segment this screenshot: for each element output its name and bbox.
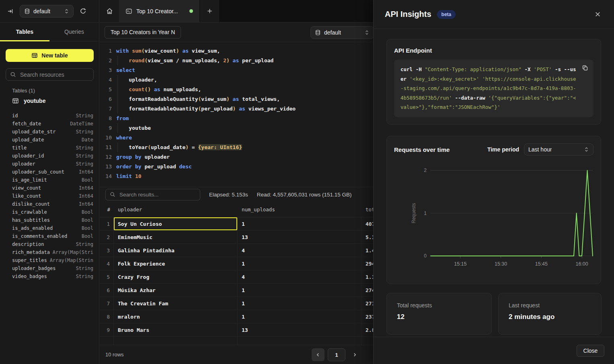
line-number: 9 bbox=[100, 123, 112, 133]
schema-column-row: uploader_idString bbox=[12, 152, 93, 160]
line-number: 2 bbox=[100, 56, 112, 65]
svg-text:Requests: Requests bbox=[411, 203, 417, 223]
table-cell[interactable]: 13 bbox=[238, 231, 361, 243]
line-number: 10 bbox=[100, 133, 112, 143]
column-type: String bbox=[76, 161, 93, 167]
next-page-button[interactable] bbox=[349, 348, 361, 361]
refresh-button[interactable] bbox=[77, 6, 88, 17]
sidebar-toolbar: default bbox=[0, 0, 99, 22]
table-cell[interactable]: Bruno Mars bbox=[114, 323, 238, 336]
column-type: Bool bbox=[82, 177, 93, 183]
tab-label: Top 10 Creator... bbox=[136, 8, 178, 14]
code-text: order by per_upload desc bbox=[116, 162, 192, 172]
prev-page-button[interactable] bbox=[312, 348, 324, 361]
sidebar-item-youtube-table[interactable]: youtube bbox=[12, 98, 45, 104]
schema-column-row: idString bbox=[12, 112, 93, 120]
query-title[interactable]: Top 10 Creators in Year N bbox=[105, 26, 181, 39]
home-button[interactable] bbox=[100, 0, 119, 22]
svg-text:15:15: 15:15 bbox=[454, 261, 466, 267]
new-tab-button[interactable] bbox=[200, 0, 219, 22]
panel-footer: Close bbox=[374, 337, 614, 364]
table-cell[interactable]: 1 bbox=[238, 310, 361, 323]
table-cell[interactable]: Folk Experience bbox=[114, 257, 238, 270]
schema-column-row: fetch_dateDateTime bbox=[12, 120, 93, 128]
code-text: limit 10 bbox=[116, 172, 142, 181]
column-name: rich_metadata bbox=[12, 249, 50, 255]
new-table-label: New table bbox=[41, 52, 68, 59]
schema-column-row: video_badgesString bbox=[12, 272, 93, 280]
column-header[interactable]: num_uploads bbox=[238, 202, 361, 217]
copy-button[interactable] bbox=[581, 64, 589, 72]
code-text: toYear(upload_date) = {year: UInt16} bbox=[116, 143, 242, 152]
query-database-select[interactable]: default bbox=[310, 26, 374, 39]
code-text: youtube bbox=[116, 123, 151, 133]
column-type: Int64 bbox=[79, 185, 93, 191]
tab-tables[interactable]: Tables bbox=[0, 22, 49, 41]
pagination: 1 bbox=[312, 348, 361, 361]
table-cell[interactable]: 1 bbox=[238, 217, 361, 230]
table-cell[interactable]: 4 bbox=[238, 244, 361, 257]
table-cell[interactable]: 1 bbox=[238, 297, 361, 310]
time-period-value: Last hour bbox=[528, 146, 552, 153]
column-type: Bool bbox=[82, 217, 93, 223]
column-name: upload_date_str bbox=[12, 129, 55, 135]
table-cell[interactable]: Crazy Frog bbox=[114, 270, 238, 283]
new-table-button[interactable]: New table bbox=[6, 49, 94, 62]
schema-column-row: is_crawlableBool bbox=[12, 208, 93, 216]
table-cell[interactable]: Soy Un Curioso bbox=[114, 217, 238, 230]
column-name: id bbox=[12, 113, 18, 119]
column-name: uploader_id bbox=[12, 153, 44, 159]
last-request-value: 2 minutes ago bbox=[509, 313, 591, 321]
page-number[interactable]: 1 bbox=[328, 348, 345, 361]
time-period-select[interactable]: Last hour bbox=[524, 143, 593, 155]
collapse-sidebar-button[interactable] bbox=[5, 6, 16, 17]
table-cell[interactable]: EminemMusic bbox=[114, 231, 238, 243]
row-number: 1 bbox=[100, 217, 114, 230]
column-name: uploader_sub_count bbox=[12, 169, 64, 175]
table-cell[interactable]: mralorn bbox=[114, 310, 238, 323]
table-icon bbox=[31, 52, 38, 59]
total-requests-label: Total requests bbox=[397, 302, 481, 309]
chevron-updown-icon bbox=[364, 30, 370, 35]
schema-column-row: super_titlesArray(Map(Strin bbox=[12, 256, 93, 264]
table-cell[interactable]: 4 bbox=[238, 270, 361, 283]
table-cell[interactable]: Músika Azhar bbox=[114, 284, 238, 297]
code-text: select bbox=[116, 65, 135, 75]
refresh-icon bbox=[80, 8, 86, 14]
table-cell[interactable]: 1 bbox=[238, 257, 361, 270]
database-select[interactable]: default bbox=[20, 5, 74, 18]
resource-search-input[interactable] bbox=[19, 71, 89, 78]
results-search-input[interactable] bbox=[119, 191, 196, 198]
requests-chart: 01215:1515:3015:4516:00Requests bbox=[394, 157, 609, 278]
column-type: Bool bbox=[82, 233, 93, 239]
home-icon bbox=[106, 7, 113, 15]
table-cell[interactable]: The Crevatin Fam bbox=[114, 297, 238, 310]
schema-column-row: upload_dateDate bbox=[12, 136, 93, 144]
column-header[interactable]: # bbox=[100, 202, 114, 217]
row-number: 5 bbox=[100, 270, 114, 283]
code-text: uploader, bbox=[116, 75, 157, 85]
table-cell[interactable]: Galinha Pintadinha bbox=[114, 244, 238, 257]
close-button[interactable]: Close bbox=[577, 345, 604, 357]
svg-text:2: 2 bbox=[424, 168, 427, 173]
column-name: is_age_limit bbox=[12, 177, 47, 183]
sidebar-tabs: Tables Queries bbox=[0, 22, 99, 41]
chevron-updown-icon bbox=[64, 8, 69, 14]
tab-top-10-creators[interactable]: Top 10 Creator... bbox=[119, 0, 200, 22]
column-name: is_comments_enabled bbox=[12, 233, 67, 239]
column-type: String bbox=[76, 266, 93, 271]
chevron-left-icon bbox=[315, 352, 321, 358]
table-cell[interactable]: 1 bbox=[238, 284, 361, 297]
close-panel-button[interactable] bbox=[593, 9, 603, 19]
schema-column-row: titleString bbox=[12, 144, 93, 152]
line-number: 7 bbox=[100, 104, 112, 114]
code-text: count() as num_uploads, bbox=[116, 85, 201, 94]
tab-queries[interactable]: Queries bbox=[49, 22, 99, 41]
table-cell[interactable]: 13 bbox=[238, 323, 361, 336]
column-name: title bbox=[12, 145, 27, 151]
schema-column-row: is_ads_enabledBool bbox=[12, 224, 93, 232]
column-name: like_count bbox=[12, 193, 41, 199]
read-stat: Read: 4,557,605,031 rows (151.15 GB) bbox=[257, 192, 352, 198]
row-count: 10 rows bbox=[105, 352, 124, 358]
column-header[interactable]: uploader bbox=[114, 202, 238, 217]
